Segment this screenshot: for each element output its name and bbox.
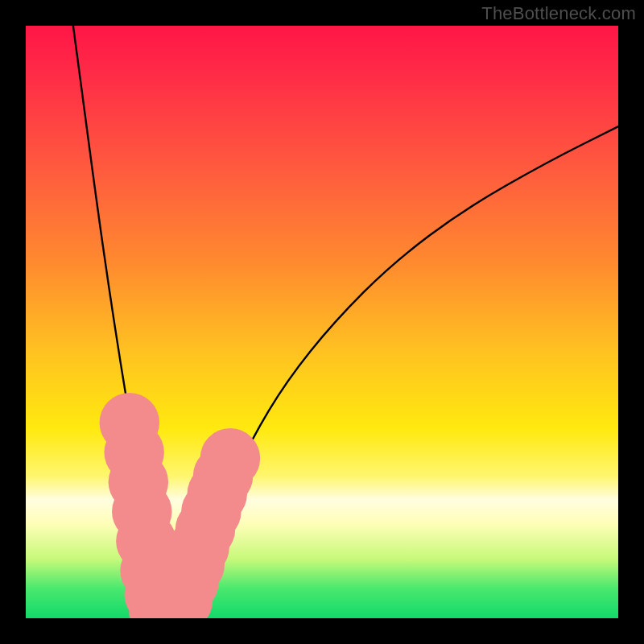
chart-overlay <box>26 26 618 618</box>
chart-frame: TheBottleneck.com <box>0 0 644 644</box>
pink-dot <box>200 428 260 488</box>
watermark-text: TheBottleneck.com <box>481 3 636 24</box>
pink-dots-group <box>100 393 261 618</box>
